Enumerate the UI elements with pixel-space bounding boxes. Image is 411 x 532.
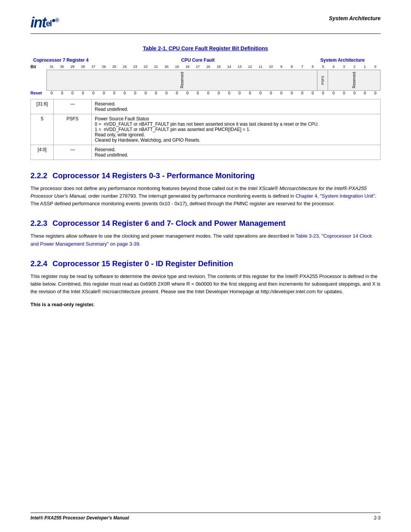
- reset-bit-19: 0: [172, 91, 182, 95]
- bit-18: 18: [182, 65, 193, 69]
- reset-bit-22: 0: [140, 91, 151, 95]
- reset-bit-15: 0: [213, 91, 224, 95]
- register-visual-row: Reserved PSFS Reserved: [46, 70, 381, 91]
- bit-10: 10: [266, 65, 276, 69]
- bit-numbers-row: 31 30 29 28 27 26 25 24 23 22 21 20 19 1…: [46, 65, 381, 69]
- bit-19: 19: [172, 65, 182, 69]
- bit-25: 25: [109, 65, 119, 69]
- header-section-title: System Architecture: [329, 15, 381, 21]
- section-2-2-4: 2.2.4 Coprocessor 15 Register 0 - ID Reg…: [30, 259, 381, 309]
- bit-0: 0: [370, 65, 381, 69]
- section-2-2-4-heading: 2.2.4 Coprocessor 15 Register 0 - ID Reg…: [30, 259, 381, 268]
- col-header-cpu-core: CPU Core Fault: [160, 58, 236, 63]
- field-name-4-0: —: [54, 145, 92, 160]
- bit-3: 3: [339, 65, 349, 69]
- reserved-wide-field: Reserved: [47, 70, 317, 90]
- field-name-psfs: PSFS: [54, 114, 92, 145]
- bit-23: 23: [130, 65, 140, 69]
- reset-bit-16: 0: [203, 91, 213, 95]
- reset-label: Reset: [30, 91, 46, 95]
- bit-30: 30: [57, 65, 67, 69]
- page-container: intel® System Architecture Table 2-1. CP…: [0, 0, 411, 532]
- reset-bit-26: 0: [99, 91, 109, 95]
- reset-bit-9: 0: [276, 91, 287, 95]
- page-header: intel® System Architecture: [30, 15, 381, 34]
- section-2-2-4-body: This register may be read by software to…: [30, 273, 381, 296]
- reset-bit-28: 0: [78, 91, 88, 95]
- logo-text: int: [30, 14, 46, 30]
- psfs-field: PSFS: [317, 70, 328, 90]
- footer-page-number: 2-3: [374, 515, 381, 521]
- bit-8: 8: [287, 65, 297, 69]
- bit-2: 2: [349, 65, 360, 69]
- read-only-note: This is a read-only register.: [30, 301, 381, 308]
- table-col-headers: Coprocessor 7 Register 4 CPU Core Fault …: [30, 58, 381, 63]
- reset-bit-1: 0: [360, 91, 370, 95]
- reset-bit-23: 0: [130, 91, 140, 95]
- logo-el: el: [46, 19, 51, 28]
- field-desc-psfs: Power Source Fault Status 0 = nVDD_FAULT…: [92, 114, 381, 145]
- col-header-sys-arch: System Architecture: [304, 58, 381, 63]
- bit-31: 31: [46, 65, 57, 69]
- reset-bit-20: 0: [161, 91, 172, 95]
- definition-table: [31:6] — Reserved.Read undefined. 5 PSFS…: [30, 99, 381, 160]
- intel-logo: intel®: [30, 15, 58, 30]
- bit-27: 27: [88, 65, 99, 69]
- bit-5: 5: [318, 65, 328, 69]
- bit-header-row: Bit 31 30 29 28 27 26 25 24 23 22 21 20 …: [30, 64, 381, 69]
- reset-bit-7: 0: [297, 91, 307, 95]
- bit-12: 12: [245, 65, 255, 69]
- bit-26: 26: [99, 65, 109, 69]
- link-table-3-23[interactable]: Table 3-23, "Coprocessor 14 Clock and Po…: [30, 233, 372, 246]
- psfs-label: PSFS: [321, 76, 325, 85]
- reset-bit-18: 0: [182, 91, 193, 95]
- bit-range-31-6: [31:6]: [31, 99, 54, 114]
- reset-bit-0: 0: [370, 91, 381, 95]
- field-desc-31-6: Reserved.Read undefined.: [92, 99, 381, 114]
- bit-20: 20: [161, 65, 172, 69]
- bit-15: 15: [213, 65, 224, 69]
- reset-row: Reset 0 0 0 0 0 0 0 0 0 0 0 0 0 0 0 0 0 …: [30, 91, 381, 95]
- bit-16: 16: [203, 65, 213, 69]
- bit-label: Bit: [30, 64, 46, 69]
- table-title: Table 2-1. CPU Core Fault Register Bit D…: [30, 45, 381, 51]
- reset-bit-12: 0: [245, 91, 255, 95]
- reset-bit-29: 0: [67, 91, 78, 95]
- bit-6: 6: [307, 65, 318, 69]
- reset-bit-10: 0: [266, 91, 276, 95]
- bit-7: 7: [297, 65, 307, 69]
- register-diagram: Bit 31 30 29 28 27 26 25 24 23 22 21 20 …: [30, 64, 381, 95]
- bit-1: 1: [360, 65, 370, 69]
- reset-bit-11: 0: [255, 91, 266, 95]
- page-footer: Intel® PXA255 Processor Developer's Manu…: [30, 513, 381, 521]
- reset-bit-8: 0: [287, 91, 297, 95]
- reset-bit-24: 0: [119, 91, 130, 95]
- bit-17: 17: [193, 65, 203, 69]
- bit-9: 9: [276, 65, 287, 69]
- bit-14: 14: [224, 65, 234, 69]
- bit-range-5: 5: [31, 114, 54, 145]
- bit-11: 11: [255, 65, 266, 69]
- section-2-2-3-body: These registers allow software to use th…: [30, 232, 381, 248]
- reset-bit-31: 0: [46, 91, 57, 95]
- section-2-2-3: 2.2.3 Coprocessor 14 Register 6 and 7- C…: [30, 219, 381, 248]
- section-2-2-2-body: The processor does not define any perfor…: [30, 185, 381, 208]
- reserved-small-label: Reserved: [352, 72, 356, 88]
- bit-28: 28: [78, 65, 88, 69]
- bit-4: 4: [328, 65, 339, 69]
- reset-bit-25: 0: [109, 91, 119, 95]
- reserved-wide-label: Reserved: [180, 72, 184, 88]
- table-row: 5 PSFS Power Source Fault Status 0 = nVD…: [31, 114, 381, 145]
- reset-bit-17: 0: [193, 91, 203, 95]
- bit-29: 29: [67, 65, 78, 69]
- bit-13: 13: [234, 65, 245, 69]
- reset-bit-13: 0: [234, 91, 245, 95]
- bit-range-4-0: [4:0]: [31, 145, 54, 160]
- bit-24: 24: [119, 65, 130, 69]
- section-2-2-2: 2.2.2 Coprocessor 14 Registers 0-3 - Per…: [30, 171, 381, 208]
- link-chapter4[interactable]: Chapter 4, "System Integration Unit": [296, 193, 375, 199]
- reset-bit-3: 0: [339, 91, 349, 95]
- reset-bit-6: 0: [307, 91, 318, 95]
- reset-bit-4: 0: [328, 91, 339, 95]
- reset-bit-2: 0: [349, 91, 360, 95]
